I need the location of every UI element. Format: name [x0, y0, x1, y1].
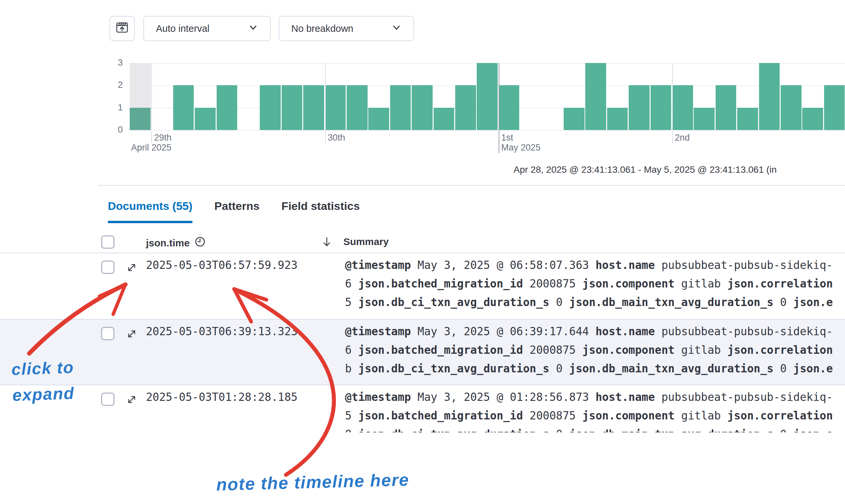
gridline-day [499, 63, 499, 153]
summary-line: @timestamp May 3, 2025 @ 06:39:17.644 ho… [345, 324, 833, 339]
time-range-caption: Apr 28, 2025 @ 23:41:13.061 - May 5, 202… [514, 164, 777, 175]
histogram-bar[interactable] [564, 108, 584, 130]
histogram-bar[interactable] [781, 85, 802, 130]
x-axis-tick-label: 1st [501, 133, 513, 143]
histogram-panel-icon [115, 21, 129, 37]
discover-page: Auto interval No breakdown 012329thApril… [0, 0, 845, 504]
histogram-bar[interactable] [347, 85, 368, 130]
tab-patterns[interactable]: Patterns [214, 199, 260, 223]
histogram-bar[interactable] [629, 85, 650, 130]
histogram-bar[interactable] [477, 63, 498, 130]
histogram-bar[interactable] [716, 85, 737, 130]
y-axis-tick-label: 3 [107, 58, 123, 68]
breakdown-dropdown-label: No breakdown [291, 23, 353, 34]
sort-arrow-down-icon[interactable] [321, 236, 332, 248]
histogram-bar[interactable] [737, 108, 758, 130]
gridline-day [151, 63, 152, 143]
clock-icon [194, 236, 206, 250]
histogram-bar[interactable] [607, 108, 628, 130]
column-header-summary[interactable]: Summary [344, 236, 389, 247]
summary-line: @timestamp May 3, 2025 @ 01:28:56.873 ho… [345, 390, 833, 404]
gridline-horizontal [130, 130, 845, 131]
histogram-bar[interactable] [651, 85, 671, 130]
json-time-column-label: json.time [146, 237, 190, 249]
summary-line: @timestamp May 3, 2025 @ 06:58:07.363 ho… [345, 258, 833, 273]
row-checkbox[interactable] [101, 327, 115, 340]
summary-line: 5 json.batched_migration_id 2000875 json… [345, 409, 833, 423]
histogram-bar[interactable] [368, 108, 389, 130]
gridline-day [325, 63, 326, 143]
histogram-bar[interactable] [694, 108, 715, 130]
table-row: 2025-05-03T06:57:59.923@timestamp May 3,… [0, 253, 845, 319]
histogram-bar[interactable] [390, 85, 411, 130]
summary-line: 5 json.db_ci_txn_avg_duration_s 0 json.d… [345, 295, 833, 310]
histogram-bar[interactable] [412, 85, 433, 130]
json-time-value: 2025-05-03T06:57:59.923 [146, 259, 298, 272]
y-axis-tick-label: 2 [107, 80, 123, 90]
histogram-bar[interactable] [455, 85, 476, 130]
histogram-bar[interactable] [282, 85, 303, 130]
table-row: 2025-05-03T01:28:28.185@timestamp May 3,… [0, 385, 845, 432]
histogram-bar[interactable] [260, 85, 281, 130]
histogram-bar[interactable] [499, 85, 520, 130]
histogram-bar[interactable] [672, 85, 693, 130]
column-header-json-time[interactable]: json.time [146, 236, 206, 250]
row-checkbox[interactable] [101, 393, 115, 406]
summary-line: 6 json.batched_migration_id 2000875 json… [345, 276, 833, 291]
json-time-value: 2025-05-03T01:28:28.185 [146, 391, 298, 403]
expand-document-icon[interactable] [126, 262, 137, 273]
divider [98, 185, 845, 186]
table-header: json.time Summary [0, 232, 845, 253]
histogram-bar[interactable] [325, 85, 346, 130]
histogram-bar[interactable] [802, 108, 823, 130]
chart-options-button[interactable] [109, 16, 135, 41]
summary-line: 8 json.db_ci_txn_avg_duration_s 0 json.d… [345, 427, 833, 432]
x-axis-tick-label: 30th [328, 133, 345, 143]
annotation-line: click to [11, 355, 74, 383]
histogram-bar[interactable] [195, 108, 216, 130]
annotation-line: expand [12, 380, 75, 409]
histogram-bar[interactable] [303, 85, 324, 130]
summary-column-label: Summary [344, 236, 389, 247]
tab-field-statistics[interactable]: Field statistics [281, 199, 359, 223]
histogram-bar[interactable] [173, 85, 194, 130]
x-axis-tick-label: 2nd [675, 133, 690, 143]
histogram-bar[interactable] [434, 108, 455, 130]
histogram-bar[interactable] [585, 63, 606, 130]
expand-document-icon[interactable] [126, 394, 137, 405]
annotation-note-the-timeline: note the timeline here [216, 469, 409, 494]
y-axis-tick-label: 0 [107, 125, 123, 135]
tabs: Documents (55) Patterns Field statistics [108, 199, 359, 223]
breakdown-dropdown[interactable]: No breakdown [279, 16, 414, 41]
histogram-bar[interactable] [824, 85, 845, 130]
table-row: 2025-05-03T06:39:13.323@timestamp May 3,… [0, 319, 845, 385]
interval-dropdown-label: Auto interval [156, 23, 209, 34]
x-axis-tick-sublabel: May 2025 [501, 143, 541, 153]
expand-document-icon[interactable] [126, 328, 137, 340]
tab-documents[interactable]: Documents (55) [108, 199, 192, 223]
histogram-bar[interactable] [759, 63, 780, 130]
summary-line: b json.db_ci_txn_avg_duration_s 0 json.d… [345, 361, 833, 376]
histogram-bar[interactable] [130, 108, 151, 130]
row-checkbox[interactable] [101, 260, 115, 274]
documents-table: json.time Summary 2025-05-03T [0, 232, 845, 432]
select-all-checkbox[interactable] [101, 235, 115, 249]
x-axis-tick-label: 29th [154, 133, 172, 143]
gridline-day [672, 63, 673, 143]
summary-line: 6 json.batched_migration_id 2000875 json… [345, 343, 833, 357]
chevron-down-icon [391, 22, 401, 35]
histogram-bar[interactable] [217, 85, 237, 130]
interval-dropdown[interactable]: Auto interval [143, 16, 271, 41]
chevron-down-icon [248, 22, 258, 35]
annotation-click-to-expand: click to expand [11, 355, 75, 408]
x-axis-tick-sublabel: April 2025 [131, 143, 172, 153]
y-axis-tick-label: 1 [107, 103, 123, 113]
json-time-value: 2025-05-03T06:39:13.323 [146, 325, 298, 338]
